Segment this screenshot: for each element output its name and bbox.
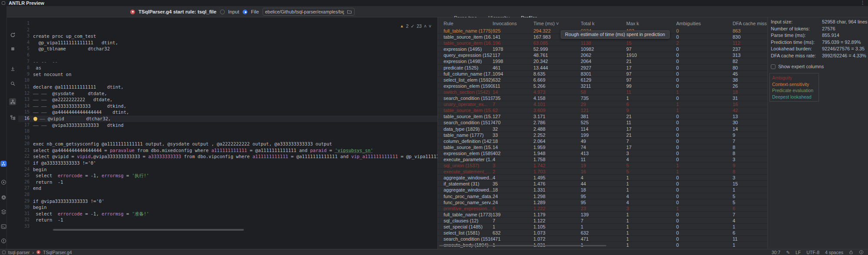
profiler-row[interactable]: search_condition (1516)4711.0724711011 bbox=[438, 236, 767, 242]
profiler-row[interactable]: aggregate_windowed...181.33118101 bbox=[438, 187, 767, 193]
expert-columns-checkbox[interactable] bbox=[771, 64, 776, 69]
breadcrumb-file[interactable]: TSqlParser.g4 bbox=[43, 250, 72, 255]
profiler-row[interactable]: unary_operator_ex...74.101296116 bbox=[438, 101, 767, 107]
line-number[interactable]: 27 bbox=[18, 185, 33, 192]
problems-toolwindow-button[interactable] bbox=[0, 237, 7, 244]
refresh-icon[interactable] bbox=[9, 31, 16, 38]
input-radio[interactable] bbox=[220, 10, 225, 14]
code-line[interactable]: 3create proc up_com_test bbox=[18, 33, 437, 40]
structure-tree-icon[interactable] bbox=[9, 114, 16, 121]
line-number[interactable]: 24 bbox=[18, 166, 33, 173]
line-number[interactable]: 5 bbox=[18, 46, 33, 52]
column-header[interactable]: DFA cache miss bbox=[733, 21, 767, 28]
line-number[interactable]: 30 bbox=[18, 204, 33, 211]
line-number[interactable]: 9 bbox=[18, 71, 33, 78]
profiler-row[interactable]: primitive_expression...61.22223316 bbox=[438, 205, 767, 212]
column-header[interactable]: Time (ms) ˅ bbox=[533, 21, 581, 28]
show-expert-columns[interactable]: Show expert columns bbox=[771, 64, 824, 69]
line-number[interactable]: 31 bbox=[18, 211, 33, 217]
line-number[interactable]: 32 bbox=[18, 217, 33, 223]
profiler-row[interactable]: sql_clauses (12)71.1227104 bbox=[438, 218, 767, 224]
code-line[interactable]: 18 bbox=[18, 128, 437, 135]
inspections-widget[interactable]: ▲ 2 ✓ 23 ˄ ˅ bbox=[400, 23, 431, 29]
column-header[interactable]: Ambiguities bbox=[676, 21, 733, 28]
code-line[interactable]: 24begin bbox=[18, 166, 437, 173]
profiler-row[interactable]: expression_elem (1589)4021.948413308 bbox=[438, 150, 767, 156]
profiler-row[interactable]: select_list (1581)6321.073632106 bbox=[438, 230, 767, 236]
services-toolwindow-button[interactable] bbox=[0, 208, 7, 215]
line-number[interactable]: 21 bbox=[18, 147, 33, 154]
prev-problem-icon[interactable]: ˄ bbox=[424, 23, 427, 29]
intention-bulb-icon[interactable] bbox=[33, 117, 37, 121]
line-number[interactable]: 16 bbox=[18, 116, 33, 122]
profiler-row[interactable]: if_statement (31)351.476441015 bbox=[438, 181, 767, 187]
line-number[interactable]: 8 bbox=[18, 65, 33, 71]
notifications-icon[interactable] bbox=[859, 250, 864, 255]
code-line[interactable]: 22select @vipid = vipid,@vipa33333333333… bbox=[18, 153, 437, 160]
profiler-row[interactable]: table_source_item (15...623.6091219142 bbox=[438, 107, 767, 113]
profiler-row[interactable]: aggregate_windowed...41.4954103 bbox=[438, 175, 767, 181]
line-number[interactable]: 18 bbox=[18, 128, 33, 135]
profiler-row[interactable]: data_type (1829)322.48811417014 bbox=[438, 126, 767, 132]
column-header[interactable]: Total k bbox=[581, 21, 626, 28]
code-line[interactable]: 6 bbox=[18, 52, 437, 59]
antlr-preview-toolwindow-button[interactable] bbox=[0, 161, 7, 167]
next-problem-icon[interactable]: ˅ bbox=[429, 23, 431, 29]
line-number[interactable]: 10 bbox=[18, 77, 33, 84]
code-line[interactable]: 29if @vipa333333333333 !='0' bbox=[18, 198, 437, 205]
code-line[interactable]: 32 return -1 bbox=[18, 217, 437, 223]
code-line[interactable]: 28 bbox=[18, 192, 437, 198]
profiler-row[interactable]: expression (1498)199820.342206421082 bbox=[438, 58, 767, 64]
profiler-row[interactable]: func_proc_name_serv...241.28995405 bbox=[438, 199, 767, 205]
terminal-toolwindow-button[interactable] bbox=[0, 223, 7, 230]
file-radio-label[interactable]: File bbox=[251, 9, 259, 14]
column-header[interactable]: Invocations bbox=[493, 21, 533, 28]
line-number[interactable]: 23 bbox=[18, 160, 33, 166]
folder-icon[interactable] bbox=[347, 9, 352, 14]
lock-icon[interactable] bbox=[849, 250, 853, 255]
group-by-icon[interactable] bbox=[9, 98, 16, 105]
column-header[interactable]: Max k bbox=[626, 21, 676, 28]
column-header[interactable]: Rule bbox=[444, 21, 493, 28]
line-number[interactable]: 26 bbox=[18, 179, 33, 185]
line-number[interactable]: 22 bbox=[18, 153, 33, 160]
window-icon[interactable] bbox=[2, 251, 6, 254]
code-line[interactable]: 14—— —— @a333333333333 dtkind, bbox=[18, 103, 437, 109]
code-line[interactable]: 27end bbox=[18, 185, 437, 192]
profiler-row[interactable]: full_table_name (1773)1391.179139107 bbox=[438, 212, 767, 218]
line-number[interactable]: 7 bbox=[18, 59, 33, 65]
line-number[interactable]: 14 bbox=[18, 103, 33, 109]
line-number[interactable]: 28 bbox=[18, 192, 33, 198]
line-number[interactable]: 15 bbox=[18, 109, 33, 116]
code-line[interactable]: 17—— —— @vipa333333333333 dtkind bbox=[18, 122, 437, 129]
table-horizontal-scrollbar[interactable] bbox=[439, 245, 606, 246]
profiler-row[interactable]: sql_union (1537)31.74219519 bbox=[438, 162, 767, 169]
line-number[interactable]: 29 bbox=[18, 198, 33, 205]
line-number[interactable]: 6 bbox=[18, 52, 33, 59]
caret-position[interactable]: 30:7 bbox=[772, 250, 780, 255]
profiler-row[interactable]: column_definition (1421)182.06449707 bbox=[438, 138, 767, 144]
input-radio-label[interactable]: Input bbox=[228, 9, 240, 14]
code-line[interactable]: 21select @a4444444444444444 = paravalue … bbox=[18, 147, 437, 154]
line-number[interactable]: 13 bbox=[18, 96, 33, 103]
input-file-field[interactable]: ebelice/Github/tsql-parser/examples/big.… bbox=[263, 8, 355, 16]
code-line[interactable]: 30begin bbox=[18, 204, 437, 211]
profiler-row[interactable]: full_column_name (17...10948.63583019704… bbox=[438, 71, 767, 77]
code-line[interactable]: 4 @p_vipa1111111111111 dtint, bbox=[18, 40, 437, 46]
line-number[interactable]: 25 bbox=[18, 172, 33, 179]
profiler-row[interactable]: table_source_item (15...141.959741708 bbox=[438, 144, 767, 150]
profiler-row[interactable]: expression (1495)197852.99910982970237 bbox=[438, 46, 767, 52]
code-line[interactable]: 15—— —— @a4444444444444444 dtint, bbox=[18, 109, 437, 116]
code-line[interactable]: 19 bbox=[18, 135, 437, 141]
profiler-row[interactable]: select_list_elem (1592)6326.669612997038 bbox=[438, 77, 767, 83]
line-number[interactable]: 20 bbox=[18, 141, 33, 147]
profiler-row[interactable]: search_condition (1519)7354.1587351031 bbox=[438, 95, 767, 101]
encoding[interactable]: UTF-8 bbox=[806, 250, 819, 255]
code-editor[interactable]: 123create proc up_com_test4 @p_vipa11111… bbox=[18, 17, 437, 249]
profiler-row[interactable]: table_name (1777)332.2521992109 bbox=[438, 132, 767, 138]
code-line[interactable]: 23if @a333333333333 !='0' bbox=[18, 160, 437, 166]
code-line[interactable]: 25 select errorcode = -1, errormsg = '执行… bbox=[18, 172, 437, 179]
code-line[interactable]: 11declare @a1111111111111 dtint, bbox=[18, 84, 437, 90]
code-line[interactable]: 8 as bbox=[18, 65, 437, 71]
code-line[interactable]: 7-- -- -- bbox=[18, 59, 437, 65]
